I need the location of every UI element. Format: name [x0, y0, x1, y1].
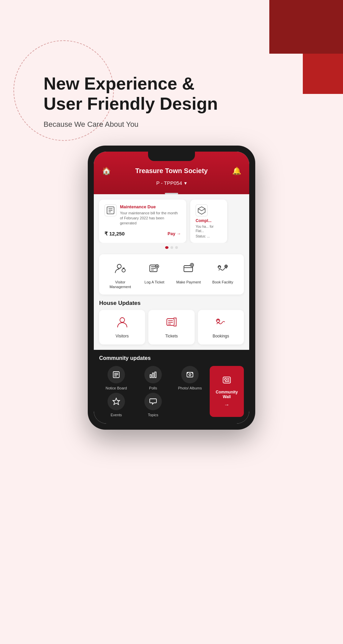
- complaint-icon-box: [196, 204, 208, 216]
- carousel-dots: [94, 243, 249, 250]
- maintenance-icon-box: [105, 204, 117, 216]
- phone-wrapper: 🏠 Treasure Town Society 🔔 P - TPP054 ▾: [0, 146, 343, 430]
- bookings-label: Bookings: [213, 334, 229, 338]
- maintenance-card[interactable]: Maintenance Due Your maintenance bill fo…: [99, 200, 186, 243]
- maintenance-label: Maintenance Due: [120, 204, 181, 209]
- svg-point-24: [120, 318, 125, 322]
- dot-2: [170, 246, 173, 249]
- house-updates-grid: Visitors: [94, 310, 249, 350]
- maintenance-amount: ₹ 12,250: [105, 231, 125, 237]
- complaint-status: Status: ...: [196, 234, 222, 238]
- community-wall[interactable]: Community Wall →: [210, 366, 244, 417]
- tickets-icon: [165, 316, 178, 330]
- quick-actions-grid: Visitor Management: [99, 254, 244, 295]
- make-payment-icon: [180, 260, 197, 277]
- community-wall-icon: [222, 375, 231, 387]
- action-book-facility[interactable]: Book Facility: [207, 260, 238, 289]
- polls-label: Polls: [149, 386, 157, 390]
- unit-label: P - TPP054: [156, 180, 182, 186]
- visitors-label: Visitors: [116, 334, 129, 338]
- pay-button[interactable]: Pay →: [167, 231, 181, 236]
- photo-albums-label: Photo/ Albums: [178, 386, 202, 390]
- community-photo-albums[interactable]: Photo/ Albums: [173, 366, 207, 390]
- card-strip: Maintenance Due Your maintenance bill fo…: [94, 194, 249, 243]
- update-bookings[interactable]: Bookings: [198, 310, 244, 344]
- svg-marker-44: [113, 398, 120, 405]
- house-updates-section: House Updates Visitors: [94, 299, 249, 350]
- book-facility-label: Book Facility: [212, 280, 233, 284]
- chevron-down-icon: ▾: [184, 180, 187, 186]
- community-events[interactable]: Events: [99, 393, 133, 417]
- action-log-ticket[interactable]: Log A Ticket: [139, 260, 170, 289]
- complaint-text: You ha... for Flat...: [196, 224, 222, 233]
- card-top-row: Maintenance Due Your maintenance bill fo…: [105, 204, 181, 229]
- photo-albums-icon: [181, 366, 199, 383]
- headline-section: New Experience & User Friendly Design Be…: [0, 0, 343, 129]
- complaint-card[interactable]: Compl... You ha... for Flat... Status: .…: [190, 200, 227, 243]
- update-visitors[interactable]: Visitors: [99, 310, 145, 344]
- events-icon: [108, 393, 125, 410]
- house-updates-title: House Updates: [94, 299, 249, 310]
- log-ticket-icon: [146, 260, 163, 277]
- complaint-top: [196, 204, 222, 216]
- visitor-management-icon: [112, 260, 129, 277]
- phone-notch: [148, 152, 195, 161]
- phone-outer: 🏠 Treasure Town Society 🔔 P - TPP054 ▾: [88, 146, 255, 430]
- update-tickets[interactable]: Tickets: [148, 310, 194, 344]
- visitor-management-label: Visitor Management: [105, 280, 136, 289]
- community-notice-board[interactable]: Notice Board: [99, 366, 133, 390]
- visitors-icon: [116, 316, 128, 330]
- polls-icon: [144, 366, 162, 383]
- topics-icon: [144, 393, 162, 410]
- community-topics[interactable]: Topics: [136, 393, 170, 417]
- svg-point-38: [189, 374, 191, 376]
- bookings-icon: [215, 316, 227, 330]
- topics-label: Topics: [148, 413, 158, 417]
- dot-3: [175, 246, 178, 249]
- community-polls[interactable]: Polls: [136, 366, 170, 390]
- phone-screen: 🏠 Treasure Town Society 🔔 P - TPP054 ▾: [94, 152, 249, 424]
- community-title: Community updates: [99, 355, 244, 361]
- community-wall-label: Community Wall: [213, 390, 241, 399]
- complaint-label: Compl...: [196, 218, 222, 223]
- app-header-top: 🏠 Treasure Town Society 🔔: [102, 167, 241, 175]
- scroll-handle: [165, 193, 178, 194]
- make-payment-label: Make Payment: [176, 280, 201, 284]
- bell-icon[interactable]: 🔔: [232, 167, 241, 175]
- book-facility-icon: [214, 260, 231, 277]
- notice-board-label: Notice Board: [106, 386, 127, 390]
- community-section: Community updates: [94, 350, 249, 424]
- maintenance-text: Maintenance Due Your maintenance bill fo…: [120, 204, 181, 229]
- svg-rect-34: [150, 375, 151, 378]
- maintenance-desc: Your maintenance bill for the month of F…: [120, 211, 181, 226]
- unit-selector[interactable]: P - TPP054 ▾: [102, 178, 241, 190]
- svg-point-5: [122, 269, 125, 272]
- community-grid: Notice Board Polls: [99, 366, 244, 417]
- action-make-payment[interactable]: Make Payment: [173, 260, 204, 289]
- community-wall-arrow-icon: →: [224, 402, 229, 408]
- headline-subtitle: Because We Care About You: [44, 120, 343, 129]
- svg-point-40: [224, 378, 226, 380]
- events-label: Events: [111, 413, 122, 417]
- dot-1: [165, 246, 168, 249]
- app-content: Maintenance Due Your maintenance bill fo…: [94, 194, 249, 424]
- svg-rect-25: [167, 319, 174, 325]
- action-visitor-management[interactable]: Visitor Management: [105, 260, 136, 289]
- svg-rect-36: [155, 372, 156, 378]
- tickets-label: Tickets: [165, 334, 178, 338]
- app-title: Treasure Town Society: [111, 167, 232, 175]
- svg-point-4: [117, 264, 121, 268]
- headline-title: New Experience & User Friendly Design: [44, 74, 231, 114]
- home-icon[interactable]: 🏠: [102, 167, 111, 175]
- maintenance-bottom: ₹ 12,250 Pay →: [105, 231, 181, 237]
- svg-rect-35: [152, 373, 154, 378]
- notice-board-icon: [108, 366, 125, 383]
- log-ticket-label: Log A Ticket: [144, 280, 164, 284]
